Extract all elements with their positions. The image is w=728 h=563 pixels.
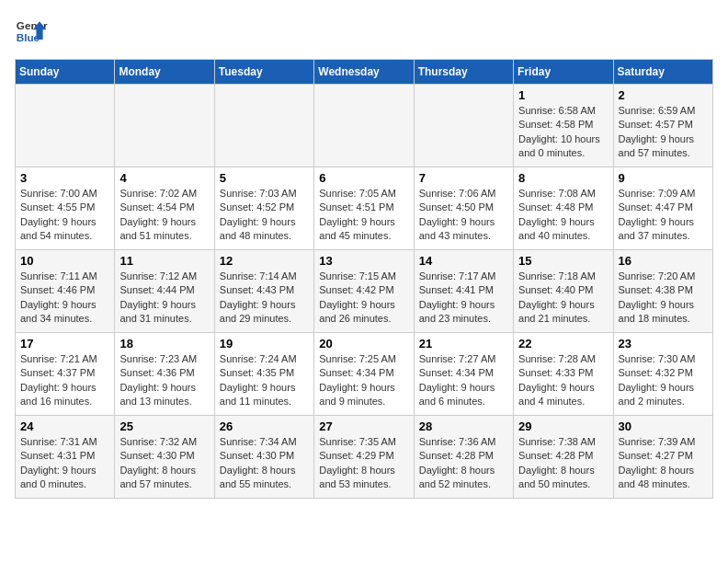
day-info: Sunrise: 7:18 AM Sunset: 4:40 PM Dayligh…: [518, 270, 608, 327]
calendar-cell: 3Sunrise: 7:00 AM Sunset: 4:55 PM Daylig…: [16, 167, 115, 250]
day-info: Sunrise: 7:00 AM Sunset: 4:55 PM Dayligh…: [20, 187, 109, 244]
day-info: Sunrise: 7:12 AM Sunset: 4:44 PM Dayligh…: [119, 270, 209, 327]
svg-text:General: General: [17, 19, 48, 31]
calendar-cell: 18Sunrise: 7:23 AM Sunset: 4:36 PM Dayli…: [115, 333, 214, 416]
day-info: Sunrise: 7:34 AM Sunset: 4:30 PM Dayligh…: [220, 435, 309, 492]
day-number: 25: [119, 419, 209, 433]
calendar-cell: 12Sunrise: 7:14 AM Sunset: 4:43 PM Dayli…: [214, 250, 313, 333]
weekday-header-thursday: Thursday: [414, 60, 513, 85]
calendar-cell: 6Sunrise: 7:05 AM Sunset: 4:51 PM Daylig…: [314, 167, 414, 250]
calendar-week-row: 3Sunrise: 7:00 AM Sunset: 4:55 PM Daylig…: [16, 167, 713, 250]
day-number: 9: [619, 171, 708, 185]
calendar-table: SundayMondayTuesdayWednesdayThursdayFrid…: [15, 59, 713, 499]
day-info: Sunrise: 7:06 AM Sunset: 4:50 PM Dayligh…: [419, 187, 508, 244]
day-info: Sunrise: 7:11 AM Sunset: 4:46 PM Dayligh…: [20, 270, 109, 327]
weekday-header-wednesday: Wednesday: [314, 60, 414, 85]
day-number: 19: [220, 337, 309, 350]
day-info: Sunrise: 7:09 AM Sunset: 4:47 PM Dayligh…: [619, 187, 708, 244]
day-number: 26: [220, 419, 309, 433]
logo: General Blue: [15, 15, 48, 48]
calendar-cell: 23Sunrise: 7:30 AM Sunset: 4:32 PM Dayli…: [613, 333, 712, 416]
calendar-cell: 27Sunrise: 7:35 AM Sunset: 4:29 PM Dayli…: [314, 416, 414, 499]
calendar-header-row: SundayMondayTuesdayWednesdayThursdayFrid…: [16, 60, 713, 85]
day-number: 4: [119, 171, 209, 185]
day-info: Sunrise: 7:20 AM Sunset: 4:38 PM Dayligh…: [619, 270, 708, 327]
day-info: Sunrise: 7:02 AM Sunset: 4:54 PM Dayligh…: [119, 187, 209, 244]
day-number: 15: [518, 254, 608, 268]
calendar-cell: 4Sunrise: 7:02 AM Sunset: 4:54 PM Daylig…: [115, 167, 214, 250]
day-number: 11: [119, 254, 209, 268]
day-number: 23: [619, 337, 708, 350]
day-info: Sunrise: 7:25 AM Sunset: 4:34 PM Dayligh…: [319, 352, 408, 409]
calendar-cell: 28Sunrise: 7:36 AM Sunset: 4:28 PM Dayli…: [414, 416, 513, 499]
calendar-cell: [16, 85, 115, 167]
calendar-week-row: 24Sunrise: 7:31 AM Sunset: 4:31 PM Dayli…: [16, 416, 713, 499]
day-number: 14: [419, 254, 508, 268]
calendar-week-row: 17Sunrise: 7:21 AM Sunset: 4:37 PM Dayli…: [16, 333, 713, 416]
calendar-cell: 17Sunrise: 7:21 AM Sunset: 4:37 PM Dayli…: [16, 333, 115, 416]
day-number: 20: [319, 337, 408, 350]
calendar-cell: [314, 85, 414, 167]
calendar-cell: 14Sunrise: 7:17 AM Sunset: 4:41 PM Dayli…: [414, 250, 513, 333]
day-number: 24: [20, 419, 109, 433]
calendar-cell: 1Sunrise: 6:58 AM Sunset: 4:58 PM Daylig…: [514, 85, 613, 167]
calendar-cell: 8Sunrise: 7:08 AM Sunset: 4:48 PM Daylig…: [514, 167, 613, 250]
day-number: 13: [319, 254, 408, 268]
day-info: Sunrise: 7:15 AM Sunset: 4:42 PM Dayligh…: [319, 270, 408, 327]
day-number: 6: [319, 171, 408, 185]
calendar-cell: 29Sunrise: 7:38 AM Sunset: 4:28 PM Dayli…: [514, 416, 613, 499]
day-info: Sunrise: 7:28 AM Sunset: 4:33 PM Dayligh…: [518, 352, 608, 409]
calendar-cell: 9Sunrise: 7:09 AM Sunset: 4:47 PM Daylig…: [613, 167, 712, 250]
calendar-cell: 19Sunrise: 7:24 AM Sunset: 4:35 PM Dayli…: [214, 333, 313, 416]
day-number: 5: [220, 171, 309, 185]
calendar-cell: 26Sunrise: 7:34 AM Sunset: 4:30 PM Dayli…: [214, 416, 313, 499]
day-number: 18: [119, 337, 209, 350]
day-info: Sunrise: 7:08 AM Sunset: 4:48 PM Dayligh…: [518, 187, 608, 244]
day-info: Sunrise: 7:23 AM Sunset: 4:36 PM Dayligh…: [119, 352, 209, 409]
day-number: 28: [419, 419, 508, 433]
day-number: 3: [20, 171, 109, 185]
day-number: 12: [220, 254, 309, 268]
day-info: Sunrise: 7:38 AM Sunset: 4:28 PM Dayligh…: [518, 435, 608, 492]
day-info: Sunrise: 7:21 AM Sunset: 4:37 PM Dayligh…: [20, 352, 109, 409]
page-header: General Blue: [15, 15, 713, 48]
day-info: Sunrise: 7:24 AM Sunset: 4:35 PM Dayligh…: [220, 352, 309, 409]
day-number: 17: [20, 337, 109, 350]
day-number: 22: [518, 337, 608, 350]
day-info: Sunrise: 7:03 AM Sunset: 4:52 PM Dayligh…: [220, 187, 309, 244]
logo-icon: General Blue: [15, 15, 48, 48]
day-info: Sunrise: 6:58 AM Sunset: 4:58 PM Dayligh…: [518, 104, 608, 161]
day-info: Sunrise: 6:59 AM Sunset: 4:57 PM Dayligh…: [619, 104, 708, 161]
day-info: Sunrise: 7:31 AM Sunset: 4:31 PM Dayligh…: [20, 435, 109, 492]
day-info: Sunrise: 7:30 AM Sunset: 4:32 PM Dayligh…: [619, 352, 708, 409]
calendar-cell: 15Sunrise: 7:18 AM Sunset: 4:40 PM Dayli…: [514, 250, 613, 333]
calendar-cell: 10Sunrise: 7:11 AM Sunset: 4:46 PM Dayli…: [16, 250, 115, 333]
day-info: Sunrise: 7:27 AM Sunset: 4:34 PM Dayligh…: [419, 352, 508, 409]
calendar-cell: 21Sunrise: 7:27 AM Sunset: 4:34 PM Dayli…: [414, 333, 513, 416]
calendar-cell: 5Sunrise: 7:03 AM Sunset: 4:52 PM Daylig…: [214, 167, 313, 250]
day-number: 8: [518, 171, 608, 185]
weekday-header-tuesday: Tuesday: [214, 60, 313, 85]
day-info: Sunrise: 7:32 AM Sunset: 4:30 PM Dayligh…: [119, 435, 209, 492]
calendar-cell: [115, 85, 214, 167]
calendar-cell: 13Sunrise: 7:15 AM Sunset: 4:42 PM Dayli…: [314, 250, 414, 333]
weekday-header-monday: Monday: [115, 60, 214, 85]
calendar-cell: 22Sunrise: 7:28 AM Sunset: 4:33 PM Dayli…: [514, 333, 613, 416]
day-number: 7: [419, 171, 508, 185]
day-info: Sunrise: 7:39 AM Sunset: 4:27 PM Dayligh…: [619, 435, 708, 492]
calendar-week-row: 1Sunrise: 6:58 AM Sunset: 4:58 PM Daylig…: [16, 85, 713, 167]
calendar-cell: 30Sunrise: 7:39 AM Sunset: 4:27 PM Dayli…: [613, 416, 712, 499]
day-number: 21: [419, 337, 508, 350]
weekday-header-saturday: Saturday: [613, 60, 712, 85]
weekday-header-sunday: Sunday: [16, 60, 115, 85]
day-number: 16: [619, 254, 708, 268]
day-number: 30: [619, 419, 708, 433]
calendar-cell: 25Sunrise: 7:32 AM Sunset: 4:30 PM Dayli…: [115, 416, 214, 499]
day-number: 1: [518, 88, 608, 102]
day-number: 10: [20, 254, 109, 268]
calendar-cell: 7Sunrise: 7:06 AM Sunset: 4:50 PM Daylig…: [414, 167, 513, 250]
day-info: Sunrise: 7:05 AM Sunset: 4:51 PM Dayligh…: [319, 187, 408, 244]
day-number: 29: [518, 419, 608, 433]
day-number: 2: [619, 88, 708, 102]
calendar-cell: 16Sunrise: 7:20 AM Sunset: 4:38 PM Dayli…: [613, 250, 712, 333]
